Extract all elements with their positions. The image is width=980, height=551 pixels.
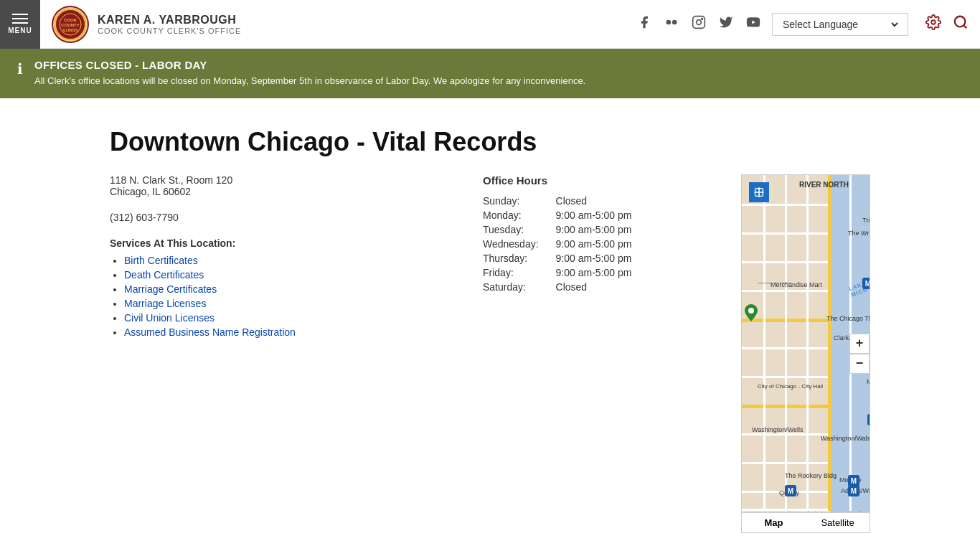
search-button[interactable]	[953, 14, 969, 34]
map-road-major	[828, 175, 831, 511]
map-nav-arrow[interactable]	[749, 182, 769, 202]
map-road	[763, 175, 765, 511]
svg-point-5	[666, 20, 672, 25]
hours-time: 9:00 am-5:00 pm	[556, 251, 649, 265]
svg-text:M: M	[851, 487, 857, 495]
hours-row: Friday:9:00 am-5:00 pm	[483, 265, 649, 280]
hours-table: Sunday:ClosedMonday:9:00 am-5:00 pmTuesd…	[483, 194, 649, 294]
banner-body: All Clerk's office locations will be clo…	[34, 74, 585, 88]
svg-text:M: M	[788, 487, 793, 495]
banner-content: OFFICES CLOSED - LABOR DAY All Clerk's o…	[34, 59, 585, 88]
hours-time: 9:00 am-5:00 pm	[556, 222, 649, 237]
map-container: RIVER NORTH Tribune Tower The Wrigley Bu…	[741, 174, 870, 533]
map-label-wrigley: The Wrigley Building	[848, 230, 870, 237]
hours-day: Sunday:	[483, 194, 556, 208]
map-label-wash-wells: Washington/Wells	[752, 426, 804, 433]
svg-line-13	[963, 25, 966, 28]
hours-row: Saturday:Closed	[483, 280, 649, 294]
zoom-out-button[interactable]: −	[849, 354, 870, 374]
marriage-certificates-link[interactable]: Marriage Certificates	[124, 283, 217, 295]
map-label-rookery: The Rookery Bldg	[785, 472, 837, 479]
birth-certificates-link[interactable]: Birth Certificates	[124, 255, 198, 266]
map-label-chicago-theatre: The Chicago Theatre	[826, 315, 870, 322]
hours-day: Tuesday:	[483, 222, 556, 237]
map-pin-m-8: M	[785, 485, 796, 496]
list-item: Marriage Licenses	[124, 298, 440, 309]
logo-circle: COOK COUNTY ILLINOIS	[52, 6, 89, 43]
assumed-business-name-link[interactable]: Assumed Business Name Registration	[124, 326, 296, 338]
language-select-wrapper[interactable]: Select Language Spanish Polish Chinese	[772, 13, 908, 36]
org-name-main: KAREN A. YARBROUGH	[98, 14, 241, 27]
hamburger-line-2	[12, 18, 28, 19]
header: MENU COOK COUNTY ILLINOIS KAREN A. YARBR…	[0, 0, 980, 49]
hours-time: 9:00 am-5:00 pm	[556, 237, 649, 251]
civil-union-licenses-link[interactable]: Civil Union Licenses	[124, 312, 215, 324]
map-tab-map[interactable]: Map	[742, 513, 806, 532]
list-item: Birth Certificates	[124, 255, 440, 266]
hours-day: Monday:	[483, 208, 556, 222]
youtube-icon[interactable]	[746, 15, 760, 33]
list-item: Civil Union Licenses	[124, 312, 440, 324]
logo-area: COOK COUNTY ILLINOIS KAREN A. YARBROUGH …	[52, 6, 241, 43]
address-line1: 118 N. Clark St., Room 120	[110, 174, 440, 186]
facebook-icon[interactable]	[637, 15, 651, 33]
svg-point-9	[702, 19, 703, 20]
svg-text:COOK: COOK	[64, 18, 77, 22]
hours-row: Monday:9:00 am-5:00 pm	[483, 208, 649, 222]
map-label-merchandise-mart2: ˉˉˉˉˉˉˉˉˉˉˉˉˉˉˉˉ	[758, 281, 792, 288]
list-item: Marriage Certificates	[124, 283, 440, 295]
menu-label: MENU	[8, 27, 32, 34]
map-bottom-tabs: Map Satellite	[742, 512, 870, 532]
language-dropdown[interactable]: Select Language Spanish Polish Chinese	[780, 18, 900, 31]
marriage-licenses-link[interactable]: Marriage Licenses	[124, 298, 206, 309]
map-background[interactable]: RIVER NORTH Tribune Tower The Wrigley Bu…	[742, 175, 870, 532]
svg-text:ILLINOIS: ILLINOIS	[62, 28, 78, 32]
zoom-in-button[interactable]: +	[849, 334, 870, 354]
address-block: 118 N. Clark St., Room 120 Chicago, IL 6…	[110, 174, 440, 197]
address-line2: Chicago, IL 60602	[110, 186, 440, 197]
map-label-city-hall: City of Chicago - City Hall	[758, 383, 808, 390]
svg-point-17	[748, 308, 754, 314]
map-pin-m-3: M	[862, 278, 870, 289]
hours-row: Wednesday:9:00 am-5:00 pm	[483, 237, 649, 251]
social-icons	[637, 15, 760, 33]
svg-point-11	[931, 20, 936, 24]
map-road	[785, 175, 787, 511]
settings-button[interactable]	[925, 14, 941, 34]
hours-day: Friday:	[483, 265, 556, 280]
logo-image: COOK COUNTY ILLINOIS	[53, 7, 88, 42]
content-area: 118 N. Clark St., Room 120 Chicago, IL 6…	[110, 174, 870, 533]
map-road	[806, 175, 809, 511]
svg-rect-26	[867, 414, 870, 425]
hamburger-line-1	[12, 14, 28, 15]
map-pin-m-7: M	[848, 485, 859, 496]
svg-rect-7	[693, 17, 705, 29]
death-certificates-link[interactable]: Death Certificates	[124, 269, 204, 281]
hours-row: Tuesday:9:00 am-5:00 pm	[483, 222, 649, 237]
map-label-river-north: RIVER NORTH	[799, 181, 849, 189]
svg-text:M: M	[851, 477, 857, 485]
org-name-sub: COOK COUNTY CLERK'S OFFICE	[98, 27, 241, 35]
flickr-icon[interactable]	[664, 15, 679, 33]
map-pin-m-5: M	[867, 414, 870, 425]
left-panel: 118 N. Clark St., Room 120 Chicago, IL 6…	[110, 174, 440, 341]
hamburger-line-3	[12, 22, 28, 24]
hours-time: Closed	[556, 194, 649, 208]
svg-point-6	[672, 20, 677, 25]
hours-time: 9:00 am-5:00 pm	[556, 208, 649, 222]
hours-time: 9:00 am-5:00 pm	[556, 265, 649, 280]
hours-day: Saturday:	[483, 280, 556, 294]
map-tab-satellite[interactable]: Satellite	[806, 513, 870, 532]
svg-text:COUNTY: COUNTY	[61, 23, 79, 27]
page-title: Downtown Chicago - Vital Records	[110, 127, 870, 157]
header-action-icons	[925, 14, 969, 34]
hours-day: Thursday:	[483, 251, 556, 265]
map-pin-green-1	[745, 304, 758, 321]
org-name-block: KAREN A. YARBROUGH COOK COUNTY CLERK'S O…	[98, 14, 241, 35]
hours-day: Wednesday:	[483, 237, 556, 251]
phone-number: (312) 603-7790	[110, 212, 440, 223]
twitter-icon[interactable]	[719, 15, 733, 33]
menu-button[interactable]: MENU	[0, 0, 40, 49]
services-section: Services At This Location: Birth Certifi…	[110, 237, 440, 338]
instagram-icon[interactable]	[692, 15, 706, 33]
